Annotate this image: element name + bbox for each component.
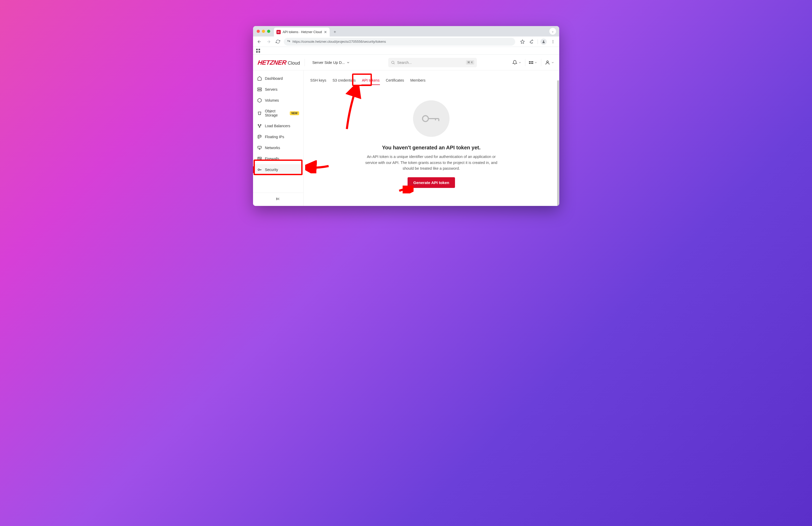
svg-point-7: [547, 61, 549, 62]
logo-subtext: Cloud: [288, 60, 300, 66]
svg-point-12: [259, 127, 260, 127]
bookmarks-bar: [253, 47, 559, 55]
scrollbar-indicator[interactable]: [557, 80, 559, 206]
tabs-dropdown[interactable]: ⌄: [549, 28, 556, 35]
tab-certificates[interactable]: Certificates: [385, 76, 404, 85]
sidebar-item-dashboard[interactable]: Dashboard: [253, 73, 303, 84]
tab-members[interactable]: Members: [410, 76, 426, 85]
empty-key-icon: [413, 100, 450, 137]
bell-icon: [512, 60, 517, 65]
empty-title: You haven't generated an API token yet.: [382, 145, 480, 151]
svg-point-16: [258, 169, 260, 170]
user-icon: [545, 60, 550, 65]
nav-back-button[interactable]: [256, 38, 263, 45]
project-selector[interactable]: Server Side Up D...: [309, 59, 352, 66]
nav-reload-button[interactable]: [274, 38, 282, 45]
main-content: SSH keys S3 credentials API tokens Certi…: [304, 70, 559, 206]
svg-point-17: [422, 116, 428, 122]
apps-menu-button[interactable]: [529, 61, 537, 64]
svg-rect-9: [258, 90, 261, 91]
sidebar-list: Dashboard Servers Volumes Object Storage…: [253, 70, 303, 193]
sidebar-item-networks[interactable]: Networks: [253, 142, 303, 153]
svg-rect-15: [258, 157, 261, 160]
grid-icon: [529, 61, 533, 64]
window-maximize[interactable]: [267, 30, 270, 33]
browser-tab[interactable]: H API tokens · Hetzner Cloud ✕: [274, 28, 330, 37]
empty-description: An API token is a unique identifier used…: [361, 154, 502, 171]
floating-ip-icon: [257, 134, 262, 139]
sidebar: Dashboard Servers Volumes Object Storage…: [253, 70, 304, 206]
svg-point-13: [258, 135, 261, 136]
sidebar-item-label: Networks: [265, 146, 280, 150]
generate-api-token-button[interactable]: Generate API token: [408, 177, 455, 188]
chevron-down-icon: [518, 61, 521, 64]
chevron-down-icon: [346, 61, 350, 65]
sidebar-item-label: Volumes: [265, 98, 279, 102]
site-settings-icon[interactable]: [287, 39, 291, 44]
svg-point-10: [258, 124, 259, 125]
chevron-down-icon: [534, 61, 537, 64]
user-menu-button[interactable]: [545, 60, 554, 65]
apps-grid-icon[interactable]: [256, 49, 260, 53]
search-placeholder: Search...: [397, 60, 464, 65]
collapse-sidebar-icon[interactable]: [276, 197, 280, 202]
balance-icon: [257, 124, 262, 128]
tab-ssh-keys[interactable]: SSH keys: [310, 76, 327, 85]
search-input[interactable]: Search... ⌘ K: [388, 58, 477, 67]
bucket-icon: [257, 111, 262, 115]
search-icon: [391, 60, 395, 65]
tab-favicon: H: [276, 30, 281, 34]
sidebar-item-servers[interactable]: Servers: [253, 84, 303, 95]
browser-tabs-bar: H API tokens · Hetzner Cloud ✕ ＋ ⌄: [253, 26, 559, 37]
svg-point-6: [392, 61, 394, 63]
svg-rect-14: [258, 146, 261, 148]
empty-state: You haven't generated an API token yet. …: [304, 85, 559, 198]
sidebar-item-volumes[interactable]: Volumes: [253, 95, 303, 106]
server-icon: [257, 87, 262, 92]
sidebar-item-label: Load Balancers: [265, 124, 290, 128]
profile-avatar[interactable]: [540, 38, 547, 45]
svg-point-3: [552, 40, 553, 41]
sidebar-item-security[interactable]: Security: [253, 164, 303, 175]
home-icon: [257, 76, 262, 81]
logo[interactable]: HETZNER Cloud: [258, 59, 300, 66]
sidebar-item-firewalls[interactable]: Firewalls: [253, 153, 303, 164]
window-close[interactable]: [257, 30, 260, 33]
svg-point-2: [543, 40, 544, 42]
window-minimize[interactable]: [262, 30, 265, 33]
extensions-icon[interactable]: [528, 38, 536, 45]
browser-toolbar: https://console.hetzner.cloud/projects/2…: [253, 37, 559, 47]
sidebar-item-object-storage[interactable]: Object Storage NEW: [253, 106, 303, 120]
tab-s3-credentials[interactable]: S3 credentials: [332, 76, 356, 85]
bookmark-star-icon[interactable]: [519, 38, 526, 45]
key-icon: [257, 167, 262, 172]
url-text: https://console.hetzner.cloud/projects/2…: [293, 40, 386, 44]
browser-menu-icon[interactable]: [549, 38, 556, 45]
chevron-down-icon: [551, 61, 554, 64]
sidebar-item-floating-ips[interactable]: Floating IPs: [253, 131, 303, 142]
tab-title: API tokens · Hetzner Cloud: [283, 30, 322, 34]
new-badge: NEW: [290, 111, 299, 115]
firewall-icon: [257, 156, 262, 161]
tab-close-icon[interactable]: ✕: [324, 30, 327, 34]
new-tab-button[interactable]: ＋: [331, 28, 338, 35]
window-controls: [257, 30, 270, 33]
sidebar-item-load-balancers[interactable]: Load Balancers: [253, 120, 303, 131]
sidebar-item-label: Object Storage: [265, 109, 287, 117]
svg-point-5: [552, 42, 553, 43]
app-header: HETZNER Cloud Server Side Up D... Search…: [253, 55, 559, 70]
svg-rect-8: [258, 88, 261, 89]
tabs-row: SSH keys S3 credentials API tokens Certi…: [304, 70, 559, 85]
search-shortcut: ⌘ K: [466, 60, 474, 65]
browser-window: H API tokens · Hetzner Cloud ✕ ＋ ⌄ https…: [253, 26, 559, 206]
sidebar-footer: [253, 193, 303, 206]
url-bar[interactable]: https://console.hetzner.cloud/projects/2…: [284, 38, 515, 46]
network-icon: [257, 145, 262, 150]
tab-api-tokens[interactable]: API tokens: [361, 76, 380, 85]
svg-point-0: [287, 40, 288, 41]
nav-forward-button[interactable]: [265, 38, 272, 45]
app-body: Dashboard Servers Volumes Object Storage…: [253, 70, 559, 206]
notifications-button[interactable]: [512, 60, 521, 65]
sidebar-item-label: Firewalls: [265, 157, 279, 161]
svg-point-4: [552, 41, 553, 42]
